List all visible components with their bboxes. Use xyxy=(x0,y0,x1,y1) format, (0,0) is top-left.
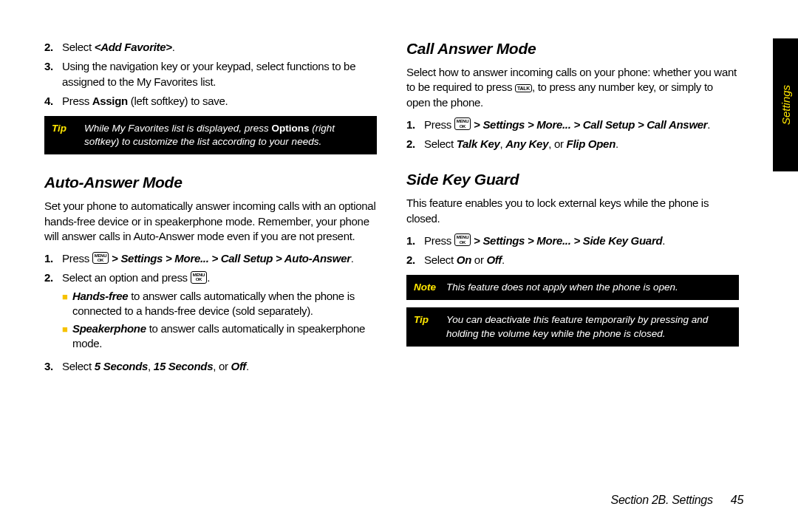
heading-call-answer-mode: Call Answer Mode xyxy=(406,40,739,58)
section-label: Section 2B. Settings xyxy=(611,494,713,506)
text-fragment: Press xyxy=(424,234,454,247)
step-number: 2. xyxy=(406,137,424,151)
step-number: 3. xyxy=(44,359,62,374)
step-number: 3. xyxy=(44,59,62,89)
option-name: Flip Open xyxy=(567,137,615,150)
option-speakerphone: ■ Speakerphone to answer calls automatic… xyxy=(62,321,377,352)
text-fragment: . xyxy=(615,137,618,150)
step-1: 1. Press MENUOK > Settings > More... > C… xyxy=(406,117,739,132)
menu-path: > Settings > More... > Call Setup > Auto… xyxy=(109,252,351,265)
bullet-icon: ■ xyxy=(62,321,72,352)
manual-page: Settings 2. Select <Add Favorite>. 3. Us… xyxy=(0,0,798,532)
ui-label: <Add Favorite> xyxy=(95,41,172,53)
text-fragment: Select an option and press xyxy=(62,271,191,284)
tip-callout: Tip While My Favorites list is displayed… xyxy=(44,116,377,154)
option-name: 15 Seconds xyxy=(154,360,213,372)
tip-callout: Tip You can deactivate this feature temp… xyxy=(406,307,739,346)
text-fragment: While My Favorites list is displayed, pr… xyxy=(84,123,272,134)
step-2: 2. Select Talk Key, Any Key, or Flip Ope… xyxy=(406,137,739,151)
auto-answer-options: ■ Hands-free to answer calls automatical… xyxy=(62,289,377,352)
step-3: 3. Using the navigation key or your keyp… xyxy=(44,59,377,89)
callout-label: Tip xyxy=(406,307,446,346)
step-4: 4. Press Assign (left softkey) to save. xyxy=(44,94,377,109)
softkey-name: Assign xyxy=(92,95,128,107)
text-fragment: , or xyxy=(548,137,566,150)
step-text: Using the navigation key or your keypad,… xyxy=(62,59,377,89)
auto-answer-description: Set your phone to automatically answer i… xyxy=(44,199,377,244)
text-fragment: . xyxy=(351,252,354,265)
step-1: 1. Press MENUOK > Settings > More... > C… xyxy=(44,251,377,266)
step-number: 2. xyxy=(44,40,62,55)
left-column: 2. Select <Add Favorite>. 3. Using the n… xyxy=(44,35,377,378)
text-fragment: . xyxy=(502,253,505,266)
option-name: Hands-free xyxy=(72,290,128,302)
text-fragment: Select xyxy=(62,360,95,372)
menu-path: > Settings > More... > Side Key Guard xyxy=(471,234,662,247)
menu-path: > Settings > More... > Call Setup > Call… xyxy=(471,118,707,131)
step-text: Select <Add Favorite>. xyxy=(62,40,377,55)
step-text: Press MENUOK > Settings > More... > Call… xyxy=(62,251,377,266)
text-fragment: . xyxy=(707,118,710,131)
step-text: Select On or Off. xyxy=(424,253,739,267)
right-column: Call Answer Mode Select how to answer in… xyxy=(406,35,754,378)
option-name: Off xyxy=(231,360,247,372)
text-fragment: or xyxy=(471,253,486,266)
step-2: 2. Select On or Off. xyxy=(406,253,739,267)
option-name: 5 Seconds xyxy=(95,360,148,372)
step-number: 1. xyxy=(406,233,424,248)
step-number: 2. xyxy=(406,253,424,267)
text-fragment: . xyxy=(662,234,665,247)
note-callout: Note This feature does not apply when th… xyxy=(406,275,739,300)
menu-ok-key-icon: MENUOK xyxy=(454,233,471,246)
option-name: Any Key xyxy=(505,137,548,150)
text-fragment: . xyxy=(172,41,175,53)
callout-text: You can deactivate this feature temporar… xyxy=(446,307,739,346)
step-text: Press MENUOK > Settings > More... > Call… xyxy=(424,117,739,132)
step-number: 4. xyxy=(44,94,62,109)
text-fragment: Press xyxy=(62,95,92,107)
text-fragment: , xyxy=(148,360,154,372)
text-fragment: , or xyxy=(213,360,231,372)
step-text: Select Talk Key, Any Key, or Flip Open. xyxy=(424,137,739,151)
side-key-guard-steps: 1. Press MENUOK > Settings > More... > S… xyxy=(406,233,739,268)
two-column-layout: 2. Select <Add Favorite>. 3. Using the n… xyxy=(44,35,754,378)
call-answer-steps: 1. Press MENUOK > Settings > More... > C… xyxy=(406,117,739,152)
page-footer: Section 2B. Settings 45 xyxy=(611,494,743,507)
page-number: 45 xyxy=(731,494,743,507)
side-key-guard-description: This feature enables you to lock externa… xyxy=(406,196,739,226)
text-fragment: Select xyxy=(424,137,457,150)
text-fragment: . xyxy=(207,271,210,284)
callout-text: This feature does not apply when the pho… xyxy=(446,275,739,300)
section-side-tab: Settings xyxy=(773,38,798,171)
step-2: 2. Select <Add Favorite>. xyxy=(44,40,377,55)
text-fragment: Select xyxy=(424,253,457,266)
menu-ok-key-icon: MENUOK xyxy=(454,117,471,130)
option-name: Speakerphone xyxy=(72,322,146,335)
option-text: Speakerphone to answer calls automatical… xyxy=(72,321,377,352)
option-text: Hands-free to answer calls automatically… xyxy=(72,289,377,319)
talk-key-icon: TALK xyxy=(515,84,532,92)
step-text: Select 5 Seconds, 15 Seconds, or Off. xyxy=(62,359,377,374)
text-fragment: (left softkey) to save. xyxy=(128,95,228,107)
call-answer-description: Select how to answer incoming calls on y… xyxy=(406,65,739,110)
menu-ok-key-icon: MENUOK xyxy=(191,271,207,284)
text-fragment: Select xyxy=(62,41,95,53)
callout-label: Note xyxy=(406,275,446,300)
option-name: On xyxy=(457,253,471,266)
favorites-steps-continued: 2. Select <Add Favorite>. 3. Using the n… xyxy=(44,40,377,109)
step-number: 1. xyxy=(44,251,62,266)
auto-answer-steps: 1. Press MENUOK > Settings > More... > C… xyxy=(44,251,377,374)
heading-side-key-guard: Side Key Guard xyxy=(406,171,739,188)
step-number: 2. xyxy=(44,270,62,354)
callout-label: Tip xyxy=(44,116,84,154)
step-1: 1. Press MENUOK > Settings > More... > S… xyxy=(406,233,739,248)
menu-ok-key-icon: MENUOK xyxy=(92,252,109,265)
callout-text: While My Favorites list is displayed, pr… xyxy=(84,116,377,154)
option-hands-free: ■ Hands-free to answer calls automatical… xyxy=(62,289,377,319)
step-text: Press MENUOK > Settings > More... > Side… xyxy=(424,233,739,248)
side-tab-label: Settings xyxy=(780,85,792,125)
text-fragment: Press xyxy=(62,252,92,265)
text-fragment: . xyxy=(246,360,249,372)
step-number: 1. xyxy=(406,117,424,132)
step-3: 3. Select 5 Seconds, 15 Seconds, or Off. xyxy=(44,359,377,374)
